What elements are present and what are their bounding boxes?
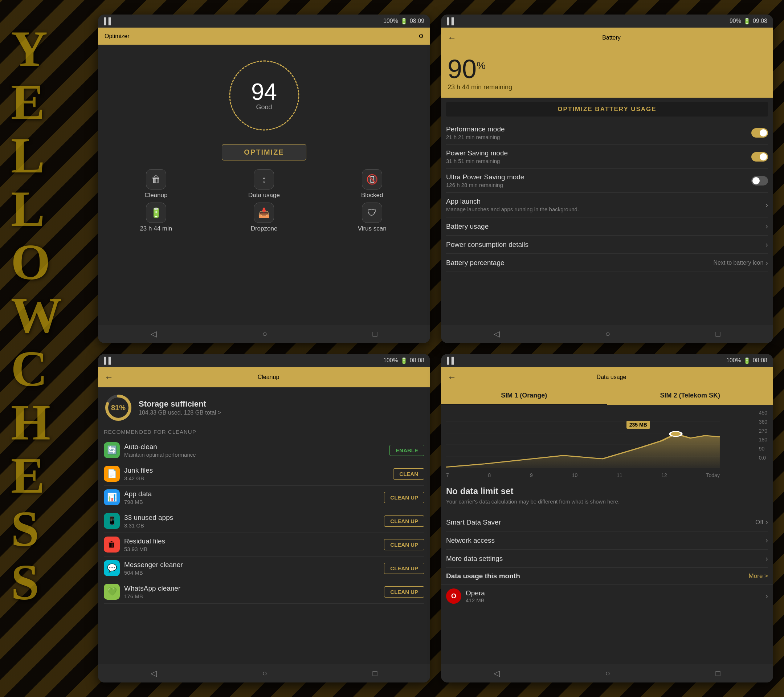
appdata-name: App data (124, 490, 380, 498)
optimizer-item-dropzone[interactable]: 📥 Dropzone (212, 203, 316, 232)
junk-size: 3.42 GB (124, 475, 389, 481)
ultra-power-saving-row: Ultra Power Saving mode 126 h 28 min rem… (446, 169, 768, 193)
optimize-button[interactable]: OPTIMIZE (222, 144, 306, 160)
sim-tabs: SIM 1 (Orange) SIM 2 (Telekom SK) (441, 387, 773, 405)
cleanup-nav-bar: ◁ ○ □ (98, 664, 430, 682)
side-letter-e2: E (11, 449, 62, 502)
more-data-settings-row[interactable]: More data settings › (446, 550, 768, 568)
smart-data-saver-row[interactable]: Smart Data Saver Off › (446, 513, 768, 531)
whatsapp-name: WhatsApp cleaner (124, 585, 380, 592)
battery-usage-row[interactable]: Battery usage › (446, 218, 768, 236)
battery-pct-chevron: › (766, 259, 768, 267)
no-limit-sub: Your carrier's data calculation may be d… (446, 498, 768, 505)
chart-tooltip: 235 MB (626, 421, 650, 429)
status-right: 100% 🔋 08:08 (726, 357, 767, 364)
back-button[interactable]: ← (448, 372, 456, 382)
autoclean-icon: 🔄 (104, 442, 120, 458)
messenger-icon: 💬 (104, 560, 120, 576)
optimizer-item-virus[interactable]: 🛡 Virus scan (320, 203, 424, 232)
nav-back-icon[interactable]: ◁ (494, 329, 500, 339)
tab-sim1[interactable]: SIM 1 (Orange) (441, 387, 607, 405)
nav-recents-icon[interactable]: □ (372, 329, 377, 339)
power-consumption-row[interactable]: Power consumption details › (446, 236, 768, 254)
nav-recents-icon[interactable]: □ (715, 669, 720, 678)
nav-back-icon[interactable]: ◁ (151, 669, 157, 678)
battery-header-section: 90% 23 h 44 min remaining (441, 48, 773, 98)
app-launch-name: App launch (446, 198, 579, 206)
battery-percentage-row[interactable]: Battery percentage Next to battery icon … (446, 254, 768, 272)
autoclean-name: Auto-clean (124, 443, 385, 451)
battery-time-label: 23 h 44 min (140, 225, 172, 232)
side-letter-s2: S (11, 555, 62, 609)
nav-back-icon[interactable]: ◁ (494, 669, 500, 678)
optimizer-item-blocked[interactable]: 📵 Blocked (320, 169, 424, 199)
unusedapps-cleanup-btn[interactable]: CLEAN UP (384, 516, 424, 527)
network-access-row[interactable]: Network access › (446, 531, 768, 550)
optimizer-item-cleanup[interactable]: 🗑 Cleanup (104, 169, 208, 199)
battery-percentage: 90% (448, 56, 767, 82)
tab-sim2[interactable]: SIM 2 (Telekom SK) (607, 387, 774, 405)
junk-icon: 📄 (104, 466, 120, 482)
cleanup-item-unusedapps: 📱 33 unused apps 3.31 GB CLEAN UP (104, 509, 424, 533)
battery-pct: 100% (383, 357, 398, 364)
battery-pct: 100% (383, 18, 398, 24)
nav-home-icon[interactable]: ○ (262, 329, 267, 339)
storage-summary: 81% Storage sufficient 104.33 GB used, 1… (104, 393, 424, 422)
nav-recents-icon[interactable]: □ (372, 669, 377, 678)
nav-home-icon[interactable]: ○ (605, 669, 610, 678)
more-link[interactable]: More > (749, 572, 768, 580)
opera-chevron: › (766, 592, 768, 600)
ultra-power-toggle[interactable] (751, 176, 768, 186)
performance-mode-row: Performance mode 21 h 21 min remaining (446, 121, 768, 145)
nav-back-icon[interactable]: ◁ (151, 329, 157, 339)
power-saving-toggle[interactable] (751, 152, 768, 161)
battery-usage-chevron: › (766, 222, 768, 231)
back-button[interactable]: ← (105, 372, 113, 382)
side-letter-h: H (11, 395, 62, 449)
chart-x-labels: 7 8 9 10 11 12 Today (446, 471, 720, 481)
power-consumption-name: Power consumption details (446, 241, 529, 249)
optimizer-grid: 🗑 Cleanup ↕ Data usage 📵 Blocked 🔋 23 h … (104, 169, 424, 232)
data-usage-label: Data usage (248, 192, 280, 199)
more-data-settings-name: More data settings (446, 555, 503, 563)
app-launch-row[interactable]: App launch Manage launches and apps runn… (446, 193, 768, 218)
performance-mode-name: Performance mode (446, 125, 751, 133)
messenger-cleanup-btn[interactable]: CLEAN UP (384, 563, 424, 574)
whatsapp-cleanup-btn[interactable]: CLEAN UP (384, 586, 424, 598)
data-this-month-header: Data usage this month More > (441, 568, 773, 585)
opera-icon: O (446, 588, 461, 604)
autoclean-sub: Maintain optimal performance (124, 451, 385, 458)
score-circle: 94 Good (224, 56, 304, 135)
data-nav-bar: ◁ ○ □ (441, 664, 773, 682)
optimizer-item-data[interactable]: ↕ Data usage (212, 169, 316, 199)
cleanup-status-bar: ▌▌ 100% 🔋 08:08 (98, 354, 430, 367)
optimize-battery-button[interactable]: OPTIMIZE BATTERY USAGE (446, 102, 768, 117)
residual-cleanup-btn[interactable]: CLEAN UP (384, 539, 424, 550)
data-title: Data usage (597, 374, 626, 381)
optimizer-settings-icon[interactable]: ⚙ (418, 33, 423, 40)
whatsapp-size: 176 MB (124, 593, 380, 599)
optimizer-item-battery[interactable]: 🔋 23 h 44 min (104, 203, 208, 232)
side-letter-c: C (11, 342, 62, 395)
back-button[interactable]: ← (448, 33, 456, 43)
appdata-size: 798 MB (124, 499, 380, 505)
dropzone-icon: 📥 (254, 203, 274, 223)
this-month-title: Data usage this month (446, 572, 520, 580)
app-row-opera[interactable]: O Opera 412 MB › (441, 585, 773, 607)
performance-toggle[interactable] (751, 128, 768, 138)
data-usage-icon: ↕ (254, 169, 274, 189)
nav-home-icon[interactable]: ○ (262, 669, 267, 678)
autoclean-enable-btn[interactable]: ENABLE (389, 445, 424, 456)
nav-recents-icon[interactable]: □ (715, 329, 720, 339)
nav-home-icon[interactable]: ○ (605, 329, 610, 339)
power-saving-sub: 31 h 51 min remaining (446, 158, 751, 164)
appdata-cleanup-btn[interactable]: CLEAN UP (384, 492, 424, 503)
junk-clean-btn[interactable]: CLEAN (393, 468, 424, 479)
battery-pct-name: Battery percentage (446, 259, 504, 267)
battery-title: Battery (602, 35, 621, 41)
battery-header: ← Battery (441, 28, 773, 48)
score-number: 94 (251, 80, 277, 104)
storage-sub: 104.33 GB used, 128 GB total > (138, 409, 221, 416)
optimizer-content: 94 Good OPTIMIZE 🗑 Cleanup ↕ Data usage … (98, 44, 430, 325)
battery-time-icon: 🔋 (146, 203, 166, 223)
